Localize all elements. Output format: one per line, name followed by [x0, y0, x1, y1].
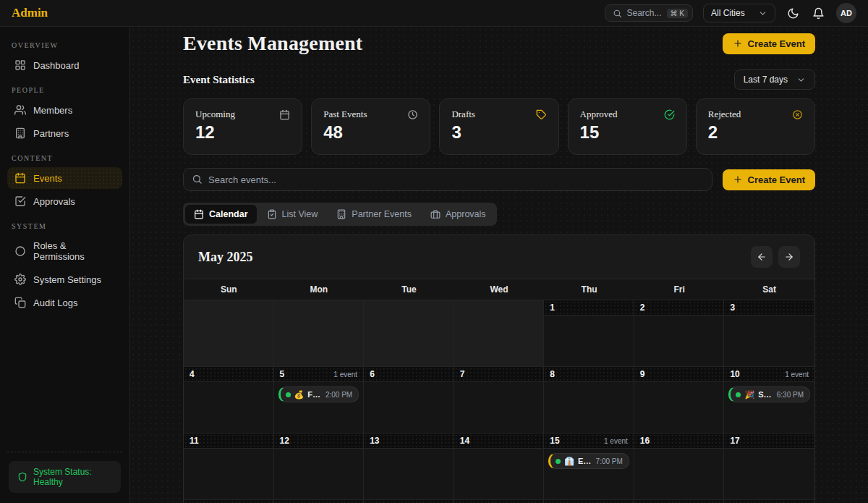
day-cell-16[interactable]: 16 — [634, 434, 725, 500]
day-cell-5[interactable]: 51 event💰Financial W...2:00 PM — [274, 367, 365, 434]
sidebar-item-system-settings[interactable]: System Settings — [7, 269, 122, 290]
day-strip: 20 — [364, 500, 454, 503]
sidebar-item-dashboard[interactable]: Dashboard — [7, 54, 122, 76]
building-icon — [336, 209, 346, 219]
circle-icon — [14, 245, 26, 257]
sidebar-item-events[interactable]: Events — [7, 167, 122, 189]
notifications-button[interactable] — [811, 6, 826, 21]
sidebar-section-content: ContentEventsApprovals — [7, 145, 122, 212]
main-area: Events Management Create Event Event Sta… — [130, 27, 868, 503]
gear-icon — [14, 274, 26, 285]
calendar-week-row: 181 event🧘Wellness Re...9:00 AM192021221… — [184, 500, 814, 503]
stat-card-top: Rejected — [708, 109, 803, 120]
sidebar-section-label: Content — [7, 145, 122, 167]
stats-header: Event Statistics Last 7 days — [183, 69, 815, 90]
sidebar-item-label: Partners — [33, 128, 69, 139]
tab-approvals[interactable]: Approvals — [422, 205, 495, 224]
check-square-icon — [14, 195, 26, 207]
day-cell-12[interactable]: 12 — [274, 434, 365, 500]
city-filter-select[interactable]: All Cities — [703, 4, 775, 22]
tab-partner-events[interactable]: Partner Events — [328, 205, 420, 224]
event-time: 6:30 PM — [777, 391, 804, 399]
system-status-label: System Status: Healthy — [33, 467, 112, 487]
create-event-button[interactable]: Create Event — [723, 169, 815, 190]
day-cell-24[interactable]: 24 — [724, 500, 814, 503]
stat-card-drafts: Drafts3 — [439, 98, 558, 155]
event-chip-executive[interactable]: 👔Executive ...7:00 PM — [548, 453, 629, 469]
weekday-label-sat: Sat — [724, 279, 814, 300]
day-number: 8 — [550, 369, 555, 379]
sidebar-item-partners[interactable]: Partners — [7, 122, 122, 144]
sidebar-item-approvals[interactable]: Approvals — [7, 190, 122, 212]
day-cell-22[interactable]: 221 event🍷Wine Tasti...5:00 PM — [544, 500, 634, 503]
day-cell-21[interactable]: 21 — [454, 500, 545, 503]
sidebar-section-system: SystemRoles & PermissionsSystem Settings… — [7, 214, 122, 313]
day-number: 2 — [640, 303, 645, 313]
create-event-button[interactable]: Create Event — [723, 33, 815, 54]
day-cell-17[interactable]: 17 — [724, 434, 814, 500]
day-cell-3[interactable]: 3 — [724, 300, 814, 367]
topbar-actions: Search... ⌘ K All Cities AD — [605, 3, 856, 23]
sidebar-item-roles-permissions[interactable]: Roles & Permissions — [7, 235, 122, 267]
date-range-select[interactable]: Last 7 days — [734, 69, 815, 90]
weekday-label-wed: Wed — [454, 279, 545, 300]
stat-card-upcoming: Upcoming12 — [183, 98, 302, 155]
day-strip: 1 — [544, 300, 634, 316]
check-circle-icon — [664, 109, 675, 120]
tab-calendar[interactable]: Calendar — [185, 205, 257, 224]
tab-label: List View — [282, 209, 318, 219]
weekday-label-tue: Tue — [364, 279, 454, 300]
day-cell-23[interactable]: 23 — [634, 500, 725, 503]
day-cell-10[interactable]: 101 event🎉Spring Fas...6:30 PM — [724, 367, 814, 434]
day-cell-19[interactable]: 19 — [274, 500, 365, 503]
day-cell-7[interactable]: 7 — [454, 367, 545, 434]
brand-logo[interactable]: Admin — [12, 6, 48, 20]
tab-list-view[interactable]: List View — [258, 205, 327, 224]
day-cell-13[interactable]: 13 — [364, 434, 454, 500]
day-cell-14[interactable]: 14 — [454, 434, 545, 500]
day-strip: 181 event — [184, 500, 273, 503]
day-strip: 17 — [724, 434, 814, 449]
avatar[interactable]: AD — [836, 3, 856, 23]
sidebar-item-members[interactable]: Members — [7, 99, 122, 121]
sidebar-item-audit-logs[interactable]: Audit Logs — [7, 292, 122, 313]
event-title: Executive ... — [578, 457, 592, 465]
event-emoji: 🎉 — [744, 391, 754, 399]
stat-card-top: Drafts — [451, 109, 546, 120]
global-search[interactable]: Search... ⌘ K — [605, 4, 693, 22]
day-cell-6[interactable]: 6 — [364, 367, 454, 434]
building-icon — [14, 127, 26, 139]
weekday-header-row: SunMonTueWedThuFriSat — [184, 279, 814, 300]
event-chip-spring-fas[interactable]: 🎉Spring Fas...6:30 PM — [728, 386, 810, 402]
content: Events Management Create Event Event Sta… — [183, 27, 815, 503]
day-cell-20[interactable]: 20 — [364, 500, 454, 503]
day-strip: 4 — [184, 367, 273, 382]
event-chip-financial-w[interactable]: 💰Financial W...2:00 PM — [278, 386, 359, 402]
sidebar-item-label: Members — [33, 105, 72, 116]
next-month-button[interactable] — [778, 246, 800, 268]
day-number: 10 — [730, 369, 739, 379]
theme-toggle-button[interactable] — [786, 6, 801, 21]
sidebar-item-label: Approvals — [33, 196, 75, 207]
briefcase-icon — [430, 209, 441, 219]
day-cell-11[interactable]: 11 — [184, 434, 274, 500]
day-cell-2[interactable]: 2 — [634, 300, 725, 367]
events-search-input[interactable] — [183, 168, 712, 191]
tab-label: Calendar — [209, 209, 248, 219]
day-cell-9[interactable]: 9 — [634, 367, 725, 434]
day-strip: 12 — [274, 434, 364, 449]
day-strip: 151 event — [544, 434, 634, 449]
weekday-label-thu: Thu — [544, 279, 634, 300]
copy-icon — [14, 297, 26, 308]
prev-month-button[interactable] — [751, 246, 773, 268]
day-cell-18[interactable]: 181 event🧘Wellness Re...9:00 AM — [184, 500, 274, 503]
day-cell-1[interactable]: 1 — [544, 300, 634, 367]
day-cell-4[interactable]: 4 — [184, 367, 274, 434]
tab-label: Partner Events — [352, 209, 412, 219]
moon-icon — [787, 7, 799, 20]
grid-icon — [14, 59, 26, 71]
day-cell-15[interactable]: 151 event👔Executive ...7:00 PM — [544, 434, 634, 500]
sidebar-section-label: People — [7, 77, 122, 99]
day-cell-outside — [454, 300, 545, 367]
day-cell-8[interactable]: 8 — [544, 367, 634, 434]
